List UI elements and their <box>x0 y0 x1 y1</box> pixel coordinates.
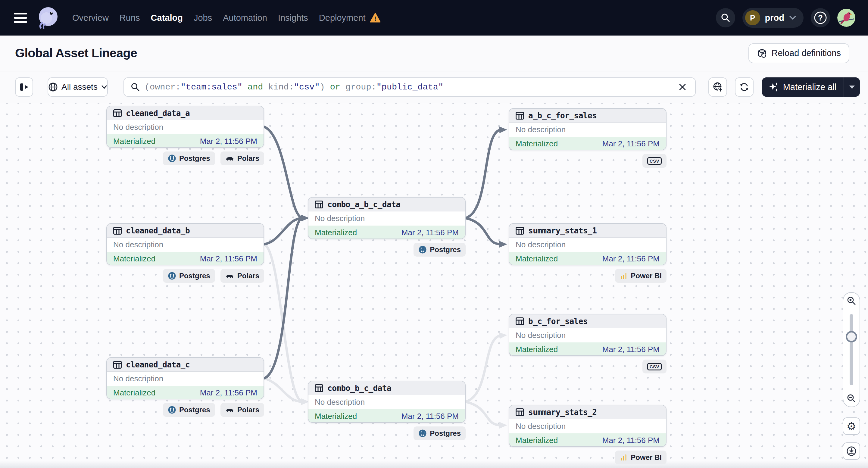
tag-label: Polars <box>237 272 259 280</box>
table-icon <box>314 200 323 209</box>
zoom-slider[interactable] <box>843 309 860 390</box>
asset-node-summary-stats-1: summary_stats_1 No description Materiali… <box>509 223 666 265</box>
avatar[interactable] <box>837 9 855 27</box>
deployment-switcher[interactable]: P prod <box>742 8 804 28</box>
download-button[interactable] <box>843 442 860 460</box>
status-badge: Materialized <box>516 436 558 445</box>
tag-polars[interactable]: Polars <box>220 403 264 417</box>
caret-down-icon <box>849 86 855 89</box>
tag-postgres[interactable]: Postgres <box>413 427 466 440</box>
asset-tags: Postgres Polars <box>163 269 264 283</box>
tag-powerbi[interactable]: Power BI <box>615 269 666 283</box>
materialization-timestamp[interactable]: Mar 2, 11:56 PM <box>602 345 659 354</box>
refresh-button[interactable] <box>735 77 753 97</box>
polars-icon <box>225 155 234 162</box>
warning-triangle-icon: ! <box>370 13 381 23</box>
status-badge: Materialized <box>516 139 558 149</box>
asset-name: cleaned_data_c <box>126 360 190 369</box>
download-icon <box>846 446 857 457</box>
search-icon[interactable] <box>716 8 735 27</box>
asset-card[interactable]: cleaned_data_a No description Materializ… <box>106 106 264 148</box>
tag-label: Postgres <box>179 272 210 280</box>
status-badge: Materialized <box>315 412 357 421</box>
tag-label: Polars <box>237 406 259 414</box>
asset-card[interactable]: cleaned_data_c No description Materializ… <box>106 357 264 399</box>
asset-tags: CSV <box>643 360 666 373</box>
tag-label: Postgres <box>430 245 461 254</box>
asset-description: No description <box>308 395 465 409</box>
asset-description: No description <box>107 120 264 134</box>
reload-definitions-button[interactable]: Reload definitions <box>748 43 849 63</box>
asset-search-input[interactable]: (owner:"team:sales" and kind:"csv") or g… <box>123 77 696 97</box>
lineage-canvas[interactable]: cleaned_data_a No description Materializ… <box>0 103 868 468</box>
materialization-timestamp[interactable]: Mar 2, 11:56 PM <box>602 436 659 445</box>
tag-powerbi[interactable]: Power BI <box>615 450 666 464</box>
asset-tags: Power BI <box>615 269 666 283</box>
nav-item-catalog[interactable]: Catalog <box>151 13 183 23</box>
expand-panel-button[interactable] <box>15 77 33 97</box>
tag-polars[interactable]: Polars <box>220 269 264 283</box>
svg-text:?: ? <box>818 13 823 22</box>
nav-item-runs[interactable]: Runs <box>120 13 140 23</box>
asset-description: No description <box>509 238 666 252</box>
zoom-out-button[interactable] <box>843 390 860 407</box>
materialization-timestamp[interactable]: Mar 2, 11:56 PM <box>401 412 459 421</box>
asset-card[interactable]: summary_stats_1 No description Materiali… <box>509 223 666 265</box>
materialization-timestamp[interactable]: Mar 2, 11:56 PM <box>401 228 459 237</box>
help-icon[interactable]: ? <box>811 8 830 27</box>
table-icon <box>113 226 122 235</box>
asset-card[interactable]: combo_b_c_data No description Materializ… <box>308 381 466 423</box>
globe-plus-icon <box>712 82 723 92</box>
materialize-options-button[interactable] <box>844 77 860 97</box>
close-icon[interactable] <box>676 81 689 94</box>
asset-card[interactable]: b_c_for_sales No description Materialize… <box>509 314 666 356</box>
lineage-toolbar: All assets (owner:"team:sales" and kind:… <box>0 71 868 103</box>
asset-card[interactable]: combo_a_b_c_data No description Material… <box>308 197 466 239</box>
table-icon <box>314 384 323 393</box>
globe-plus-button[interactable] <box>708 77 727 97</box>
nav-item-automation[interactable]: Automation <box>223 13 267 23</box>
csv-badge-icon: CSV <box>647 157 662 165</box>
tag-csv[interactable]: CSV <box>643 360 666 373</box>
tag-postgres[interactable]: Postgres <box>163 403 215 417</box>
asset-card[interactable]: summary_stats_2 No description Materiali… <box>509 405 666 447</box>
svg-text:!: ! <box>374 15 376 22</box>
tag-csv[interactable]: CSV <box>643 154 666 168</box>
materialization-timestamp[interactable]: Mar 2, 11:56 PM <box>200 388 257 398</box>
asset-card[interactable]: a_b_c_for_sales No description Materiali… <box>509 108 666 150</box>
asset-card[interactable]: cleaned_data_b No description Materializ… <box>106 223 264 265</box>
materialization-timestamp[interactable]: Mar 2, 11:56 PM <box>200 137 257 146</box>
status-badge: Materialized <box>113 388 155 398</box>
asset-name: a_b_c_for_sales <box>528 111 597 120</box>
zoom-in-button[interactable] <box>843 293 860 309</box>
tag-postgres[interactable]: Postgres <box>413 243 466 257</box>
nav-item-deployment[interactable]: Deployment <box>319 13 366 23</box>
tag-polars[interactable]: Polars <box>220 152 264 165</box>
asset-node-summary-stats-2: summary_stats_2 No description Materiali… <box>509 405 666 447</box>
powerbi-icon <box>620 272 628 280</box>
reload-definitions-label: Reload definitions <box>771 48 841 58</box>
materialization-timestamp[interactable]: Mar 2, 11:56 PM <box>200 254 257 263</box>
nav-item-insights[interactable]: Insights <box>278 13 308 23</box>
tag-postgres[interactable]: Postgres <box>163 269 215 283</box>
zoom-slider-thumb[interactable] <box>846 331 857 342</box>
asset-scope-dropdown[interactable]: All assets <box>48 77 108 97</box>
nav-item-jobs[interactable]: Jobs <box>194 13 212 23</box>
reload-cube-icon <box>757 48 767 58</box>
hamburger-icon[interactable] <box>14 13 27 23</box>
dagster-logo-icon[interactable] <box>35 5 61 31</box>
tag-postgres[interactable]: Postgres <box>163 152 215 165</box>
tag-label: Postgres <box>179 406 210 414</box>
asset-node-combo-a-b-c-data: combo_a_b_c_data No description Material… <box>308 197 466 239</box>
zoom-slider-track[interactable] <box>849 314 853 385</box>
asset-tags: Postgres Polars <box>163 403 264 417</box>
table-icon <box>515 111 524 120</box>
tag-label: Polars <box>237 154 259 163</box>
postgres-icon <box>418 245 427 254</box>
nav-item-overview[interactable]: Overview <box>72 13 109 23</box>
materialization-timestamp[interactable]: Mar 2, 11:56 PM <box>602 254 659 263</box>
materialization-timestamp[interactable]: Mar 2, 11:56 PM <box>602 139 659 149</box>
postgres-icon <box>168 154 176 163</box>
materialize-all-button[interactable]: Materialize all <box>762 77 844 97</box>
graph-settings-button[interactable]: ⚙ <box>843 417 860 435</box>
